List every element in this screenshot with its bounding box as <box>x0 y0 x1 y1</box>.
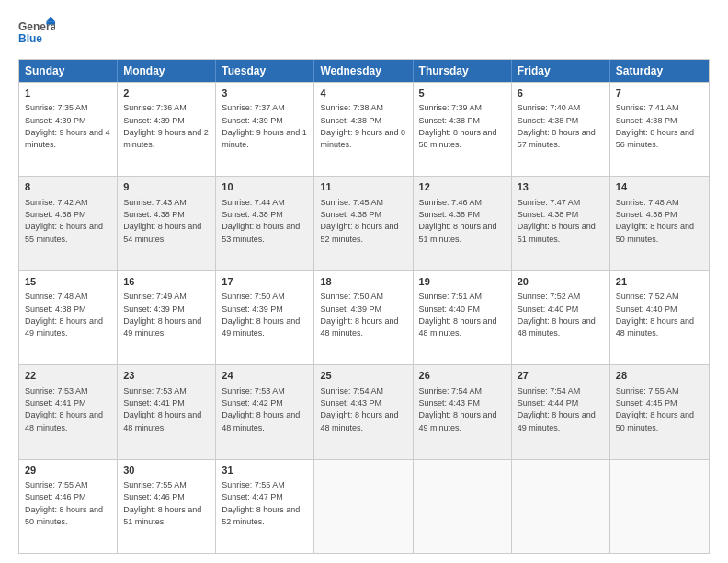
svg-text:Blue: Blue <box>18 32 42 45</box>
day-of-week-monday: Monday <box>118 60 216 82</box>
cell-details: Sunrise: 7:55 AM Sunset: 4:47 PM Dayligh… <box>222 480 300 526</box>
cal-cell: 31Sunrise: 7:55 AM Sunset: 4:47 PM Dayli… <box>216 460 314 553</box>
cell-details: Sunrise: 7:48 AM Sunset: 4:38 PM Dayligh… <box>616 198 694 244</box>
cell-details: Sunrise: 7:54 AM Sunset: 4:43 PM Dayligh… <box>419 386 497 432</box>
cell-details: Sunrise: 7:54 AM Sunset: 4:44 PM Dayligh… <box>518 386 596 432</box>
week-row-2: 8Sunrise: 7:42 AM Sunset: 4:38 PM Daylig… <box>19 176 709 270</box>
cal-cell: 9Sunrise: 7:43 AM Sunset: 4:38 PM Daylig… <box>118 177 216 270</box>
svg-marker-2 <box>46 17 55 21</box>
day-number: 29 <box>25 464 111 477</box>
cell-details: Sunrise: 7:55 AM Sunset: 4:46 PM Dayligh… <box>123 480 201 526</box>
cal-cell: 13Sunrise: 7:47 AM Sunset: 4:38 PM Dayli… <box>512 177 610 270</box>
cell-details: Sunrise: 7:52 AM Sunset: 4:40 PM Dayligh… <box>616 292 694 338</box>
cal-cell: 29Sunrise: 7:55 AM Sunset: 4:46 PM Dayli… <box>19 460 118 553</box>
cal-cell: 8Sunrise: 7:42 AM Sunset: 4:38 PM Daylig… <box>19 177 118 270</box>
calendar-header: SundayMondayTuesdayWednesdayThursdayFrid… <box>19 60 709 82</box>
cell-details: Sunrise: 7:55 AM Sunset: 4:45 PM Dayligh… <box>616 386 694 432</box>
header: General Blue <box>18 17 710 50</box>
cal-cell: 7Sunrise: 7:41 AM Sunset: 4:38 PM Daylig… <box>610 83 709 176</box>
cal-cell <box>314 460 413 553</box>
day-number: 22 <box>25 369 111 383</box>
day-of-week-wednesday: Wednesday <box>314 60 413 82</box>
day-number: 24 <box>222 369 308 383</box>
cell-details: Sunrise: 7:35 AM Sunset: 4:39 PM Dayligh… <box>25 103 110 149</box>
cal-cell: 4Sunrise: 7:38 AM Sunset: 4:38 PM Daylig… <box>314 83 413 176</box>
cell-details: Sunrise: 7:42 AM Sunset: 4:38 PM Dayligh… <box>25 198 103 244</box>
cal-cell: 27Sunrise: 7:54 AM Sunset: 4:44 PM Dayli… <box>512 365 610 458</box>
cal-cell: 12Sunrise: 7:46 AM Sunset: 4:38 PM Dayli… <box>414 177 512 270</box>
cal-cell: 16Sunrise: 7:49 AM Sunset: 4:39 PM Dayli… <box>118 271 216 364</box>
logo: General Blue <box>18 17 55 50</box>
cal-cell: 3Sunrise: 7:37 AM Sunset: 4:39 PM Daylig… <box>216 83 314 176</box>
cal-cell: 2Sunrise: 7:36 AM Sunset: 4:39 PM Daylig… <box>118 83 216 176</box>
day-number: 9 <box>123 180 210 194</box>
day-of-week-thursday: Thursday <box>414 60 512 82</box>
cal-cell: 11Sunrise: 7:45 AM Sunset: 4:38 PM Dayli… <box>314 177 413 270</box>
day-of-week-saturday: Saturday <box>610 60 709 82</box>
day-number: 17 <box>222 275 308 289</box>
calendar: SundayMondayTuesdayWednesdayThursdayFrid… <box>18 59 710 554</box>
cell-details: Sunrise: 7:53 AM Sunset: 4:42 PM Dayligh… <box>222 386 300 432</box>
cal-cell: 5Sunrise: 7:39 AM Sunset: 4:38 PM Daylig… <box>414 83 512 176</box>
svg-rect-3 <box>46 21 55 24</box>
cal-cell: 17Sunrise: 7:50 AM Sunset: 4:39 PM Dayli… <box>216 271 314 364</box>
day-number: 20 <box>518 275 604 289</box>
day-number: 14 <box>616 180 703 194</box>
cell-details: Sunrise: 7:49 AM Sunset: 4:39 PM Dayligh… <box>123 292 201 338</box>
cal-cell <box>610 460 709 553</box>
week-row-4: 22Sunrise: 7:53 AM Sunset: 4:41 PM Dayli… <box>19 364 709 458</box>
cal-cell: 15Sunrise: 7:48 AM Sunset: 4:38 PM Dayli… <box>19 271 118 364</box>
cell-details: Sunrise: 7:53 AM Sunset: 4:41 PM Dayligh… <box>123 386 201 432</box>
cal-cell: 23Sunrise: 7:53 AM Sunset: 4:41 PM Dayli… <box>118 365 216 458</box>
day-number: 2 <box>123 86 210 100</box>
cal-cell: 30Sunrise: 7:55 AM Sunset: 4:46 PM Dayli… <box>118 460 216 553</box>
calendar-body: 1Sunrise: 7:35 AM Sunset: 4:39 PM Daylig… <box>19 82 709 553</box>
cell-details: Sunrise: 7:38 AM Sunset: 4:38 PM Dayligh… <box>320 103 405 149</box>
cal-cell: 6Sunrise: 7:40 AM Sunset: 4:38 PM Daylig… <box>512 83 610 176</box>
day-number: 27 <box>518 369 604 383</box>
cell-details: Sunrise: 7:36 AM Sunset: 4:39 PM Dayligh… <box>123 103 209 149</box>
day-number: 31 <box>222 464 308 477</box>
cell-details: Sunrise: 7:40 AM Sunset: 4:38 PM Dayligh… <box>518 103 596 149</box>
day-number: 26 <box>419 369 506 383</box>
day-number: 10 <box>222 180 308 194</box>
cal-cell: 14Sunrise: 7:48 AM Sunset: 4:38 PM Dayli… <box>610 177 709 270</box>
cal-cell: 24Sunrise: 7:53 AM Sunset: 4:42 PM Dayli… <box>216 365 314 458</box>
cell-details: Sunrise: 7:50 AM Sunset: 4:39 PM Dayligh… <box>222 292 300 338</box>
day-number: 6 <box>518 86 604 100</box>
cal-cell <box>414 460 512 553</box>
day-of-week-sunday: Sunday <box>19 60 118 82</box>
logo-icon: General Blue <box>18 17 55 50</box>
day-number: 28 <box>616 369 703 383</box>
day-number: 3 <box>222 86 308 100</box>
cell-details: Sunrise: 7:39 AM Sunset: 4:38 PM Dayligh… <box>419 103 497 149</box>
day-number: 12 <box>419 180 506 194</box>
cell-details: Sunrise: 7:50 AM Sunset: 4:39 PM Dayligh… <box>320 292 398 338</box>
day-number: 4 <box>320 86 406 100</box>
week-row-1: 1Sunrise: 7:35 AM Sunset: 4:39 PM Daylig… <box>19 82 709 176</box>
cal-cell: 10Sunrise: 7:44 AM Sunset: 4:38 PM Dayli… <box>216 177 314 270</box>
cal-cell: 22Sunrise: 7:53 AM Sunset: 4:41 PM Dayli… <box>19 365 118 458</box>
cell-details: Sunrise: 7:48 AM Sunset: 4:38 PM Dayligh… <box>25 292 103 338</box>
day-number: 7 <box>616 86 703 100</box>
cal-cell: 26Sunrise: 7:54 AM Sunset: 4:43 PM Dayli… <box>414 365 512 458</box>
day-number: 25 <box>320 369 406 383</box>
cell-details: Sunrise: 7:52 AM Sunset: 4:40 PM Dayligh… <box>518 292 596 338</box>
cell-details: Sunrise: 7:51 AM Sunset: 4:40 PM Dayligh… <box>419 292 497 338</box>
cell-details: Sunrise: 7:47 AM Sunset: 4:38 PM Dayligh… <box>518 198 596 244</box>
day-number: 8 <box>25 180 111 194</box>
day-number: 30 <box>123 464 210 477</box>
day-number: 13 <box>518 180 604 194</box>
cell-details: Sunrise: 7:46 AM Sunset: 4:38 PM Dayligh… <box>419 198 497 244</box>
cal-cell: 1Sunrise: 7:35 AM Sunset: 4:39 PM Daylig… <box>19 83 118 176</box>
cal-cell: 19Sunrise: 7:51 AM Sunset: 4:40 PM Dayli… <box>414 271 512 364</box>
cell-details: Sunrise: 7:55 AM Sunset: 4:46 PM Dayligh… <box>25 480 103 526</box>
cell-details: Sunrise: 7:44 AM Sunset: 4:38 PM Dayligh… <box>222 198 300 244</box>
day-number: 21 <box>616 275 703 289</box>
day-of-week-tuesday: Tuesday <box>216 60 314 82</box>
day-number: 11 <box>320 180 406 194</box>
cal-cell <box>512 460 610 553</box>
cell-details: Sunrise: 7:53 AM Sunset: 4:41 PM Dayligh… <box>25 386 103 432</box>
cal-cell: 28Sunrise: 7:55 AM Sunset: 4:45 PM Dayli… <box>610 365 709 458</box>
page: General Blue SundayMondayTuesdayWednesda… <box>0 0 728 563</box>
